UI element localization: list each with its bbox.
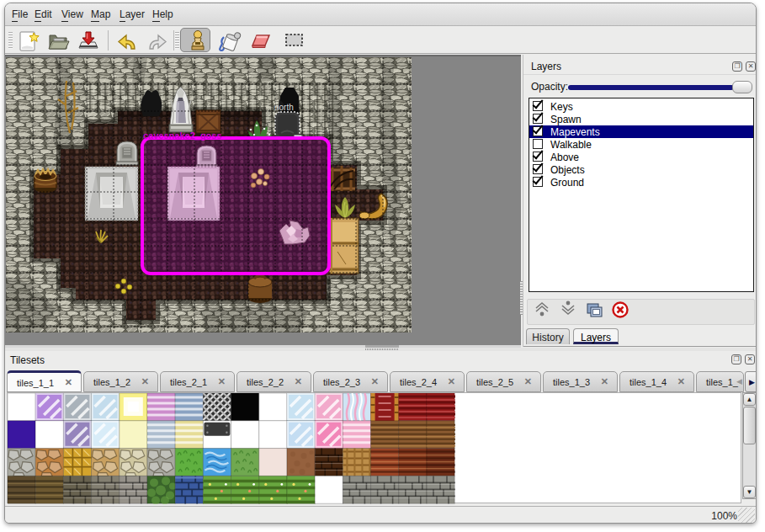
svg-text:cavesnake2_goss: cavesnake2_goss (143, 130, 222, 141)
svg-text:north: north (274, 103, 294, 112)
